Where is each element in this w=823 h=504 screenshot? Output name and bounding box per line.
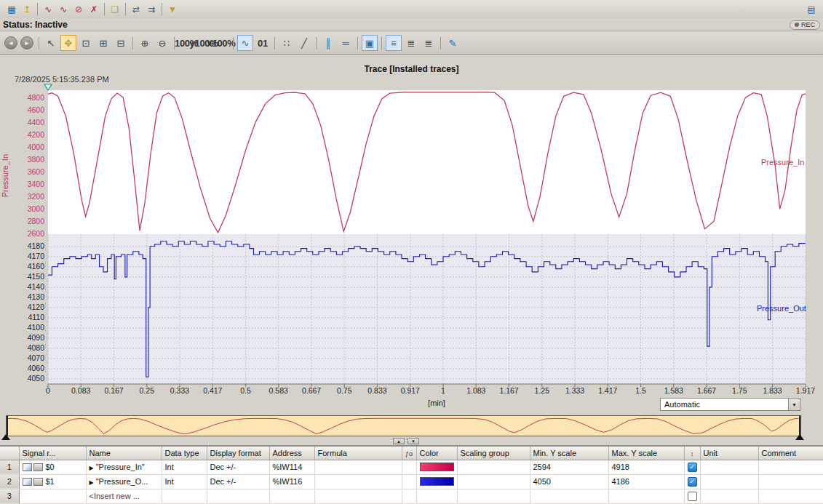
scaling-group-cell[interactable] bbox=[457, 460, 530, 474]
append-measurement-icon[interactable]: ∿ bbox=[56, 2, 71, 16]
datatype-cell[interactable]: Int bbox=[162, 474, 207, 489]
overview-right-handle[interactable] bbox=[795, 434, 804, 440]
max-y-column-header[interactable]: Max. Y scale bbox=[608, 447, 684, 460]
formula-toggle-column-header[interactable]: ƒo bbox=[402, 447, 416, 460]
min-y-cell[interactable]: 2594 bbox=[530, 460, 608, 474]
scaling-group-column-header[interactable]: Scaling group bbox=[457, 447, 530, 460]
autoscale-checkbox[interactable]: ✓ bbox=[688, 463, 697, 472]
insert-new-cell[interactable]: <Insert new ... bbox=[86, 489, 162, 503]
name-cell[interactable]: "Pressure_In" bbox=[86, 460, 162, 474]
name-cell[interactable]: "Pressure_O... bbox=[86, 474, 162, 489]
filter-icon[interactable]: ▼ bbox=[165, 2, 180, 16]
color-cell[interactable] bbox=[416, 489, 457, 503]
formula-column-header[interactable]: Formula bbox=[314, 447, 402, 460]
zoom-in-icon[interactable]: ⊕ bbox=[137, 35, 153, 51]
formula-toggle-cell[interactable] bbox=[402, 460, 416, 474]
address-column-header[interactable]: Address bbox=[269, 447, 314, 460]
dropdown-arrow-icon[interactable] bbox=[788, 399, 800, 410]
color-cell[interactable] bbox=[416, 474, 457, 489]
delete-icon[interactable]: ✗ bbox=[87, 2, 101, 16]
zoom-y-area-icon[interactable]: ⊟ bbox=[113, 35, 129, 51]
signal-column-header[interactable]: Signal r... bbox=[19, 447, 86, 460]
comment-cell[interactable] bbox=[758, 489, 823, 503]
autoscale-cell[interactable] bbox=[684, 489, 700, 503]
signal-cell[interactable]: $1 bbox=[19, 474, 86, 489]
autoscale-column-header[interactable]: ↕ bbox=[684, 447, 700, 460]
trace-chart[interactable]: 00.0830.1670.250.3330.4170.50.5830.6670.… bbox=[0, 82, 823, 398]
vertical-cursors-icon[interactable]: ║ bbox=[320, 35, 336, 51]
signal-color-swatch[interactable] bbox=[420, 463, 454, 471]
autoscale-checkbox[interactable] bbox=[688, 492, 697, 501]
unit-column-header[interactable]: Unit bbox=[700, 447, 758, 460]
comment-column-header[interactable]: Comment bbox=[758, 447, 823, 460]
max-y-cell[interactable]: 4918 bbox=[608, 460, 684, 474]
add-measurement-icon[interactable]: ∿ bbox=[41, 2, 55, 16]
copy-icon[interactable]: ❑ bbox=[108, 2, 122, 16]
datatype-cell[interactable] bbox=[162, 489, 207, 503]
color-cell[interactable] bbox=[416, 460, 457, 474]
overview-toggle-icon[interactable]: ▣ bbox=[362, 35, 378, 51]
formula-cell[interactable] bbox=[314, 489, 402, 503]
expand-arrow-icon[interactable] bbox=[90, 465, 94, 471]
unit-cell[interactable] bbox=[700, 474, 758, 489]
upload-icon[interactable]: ↥ bbox=[20, 2, 34, 16]
zoom-out-icon[interactable]: ⊖ bbox=[154, 35, 170, 51]
splitter-collapse-down-button[interactable] bbox=[407, 438, 419, 444]
zoom-x-area-icon[interactable]: ⊞ bbox=[95, 35, 111, 51]
overview-left-handle[interactable] bbox=[1, 434, 10, 440]
autoscale-checkbox[interactable]: ✓ bbox=[688, 477, 697, 487]
min-y-column-header[interactable]: Min. Y scale bbox=[530, 447, 608, 460]
legend-right-icon[interactable]: ≣ bbox=[421, 35, 437, 51]
name-column-header[interactable]: Name bbox=[86, 447, 162, 460]
address-cell[interactable]: %IW114 bbox=[269, 460, 314, 474]
digital-display-icon[interactable]: 01 bbox=[255, 35, 271, 51]
back-icon[interactable]: ◄ bbox=[4, 36, 17, 49]
comment-cell[interactable] bbox=[758, 474, 823, 489]
overview-strip[interactable] bbox=[6, 415, 801, 436]
forward-icon[interactable]: ► bbox=[20, 36, 33, 49]
min-y-cell[interactable]: 4050 bbox=[530, 474, 608, 489]
max-y-cell[interactable] bbox=[608, 489, 684, 503]
unit-cell[interactable] bbox=[700, 489, 758, 503]
signal-cell[interactable]: $0 bbox=[19, 460, 86, 474]
autoscale-cell[interactable]: ✓ bbox=[684, 460, 700, 474]
formula-cell[interactable] bbox=[314, 460, 402, 474]
display-format-cell[interactable]: Dec +/- bbox=[207, 460, 269, 474]
interpolation-icon[interactable]: ╱ bbox=[296, 35, 312, 51]
display-format-cell[interactable] bbox=[207, 489, 269, 503]
signal-color-swatch[interactable] bbox=[420, 477, 454, 486]
scaling-group-cell[interactable] bbox=[457, 489, 530, 503]
formula-toggle-cell[interactable] bbox=[402, 489, 416, 503]
autoscale-cell[interactable]: ✓ bbox=[684, 474, 700, 489]
signal-curve-icon[interactable]: ∿ bbox=[237, 35, 253, 51]
samples-icon[interactable]: ∷ bbox=[279, 35, 295, 51]
max-y-cell[interactable]: 4186 bbox=[608, 474, 684, 489]
legend-toggle-icon[interactable]: ≡ bbox=[386, 35, 402, 51]
formula-toggle-cell[interactable] bbox=[402, 474, 416, 489]
display-format-cell[interactable]: Dec +/- bbox=[207, 474, 269, 489]
datatype-cell[interactable]: Int bbox=[162, 460, 207, 474]
expand-arrow-icon[interactable] bbox=[90, 479, 94, 486]
zoom-area-icon[interactable]: ⊡ bbox=[78, 35, 94, 51]
time-scale-dropdown[interactable]: Automatic bbox=[660, 398, 800, 411]
display-format-column-header[interactable]: Display format bbox=[207, 447, 269, 460]
color-column-header[interactable]: Color bbox=[416, 447, 457, 460]
legend-left-icon[interactable]: ≣ bbox=[403, 35, 419, 51]
datatype-column-header[interactable]: Data type bbox=[162, 447, 207, 460]
pan-icon[interactable]: ✥ bbox=[60, 35, 76, 51]
row-number-cell[interactable]: 3 bbox=[0, 489, 19, 503]
signal-cell[interactable] bbox=[19, 489, 86, 503]
row-number-cell[interactable]: 1 bbox=[0, 460, 19, 474]
min-y-cell[interactable] bbox=[530, 489, 608, 503]
comment-cell[interactable] bbox=[758, 460, 823, 474]
zoom-x-100-icon[interactable]: x100% bbox=[213, 35, 229, 51]
address-cell[interactable] bbox=[269, 489, 314, 503]
cursor-mode-icon[interactable]: ↖ bbox=[43, 35, 59, 51]
import-signals-icon[interactable]: ⇄ bbox=[129, 2, 143, 16]
overview-chart[interactable] bbox=[7, 416, 800, 436]
monitor-mode-icon[interactable]: ▦ bbox=[4, 2, 19, 16]
horizontal-cursors-icon[interactable]: ═ bbox=[338, 35, 354, 51]
export-chart-icon[interactable]: ✎ bbox=[445, 35, 461, 51]
row-number-cell[interactable]: 2 bbox=[0, 474, 19, 489]
formula-cell[interactable] bbox=[314, 474, 402, 489]
